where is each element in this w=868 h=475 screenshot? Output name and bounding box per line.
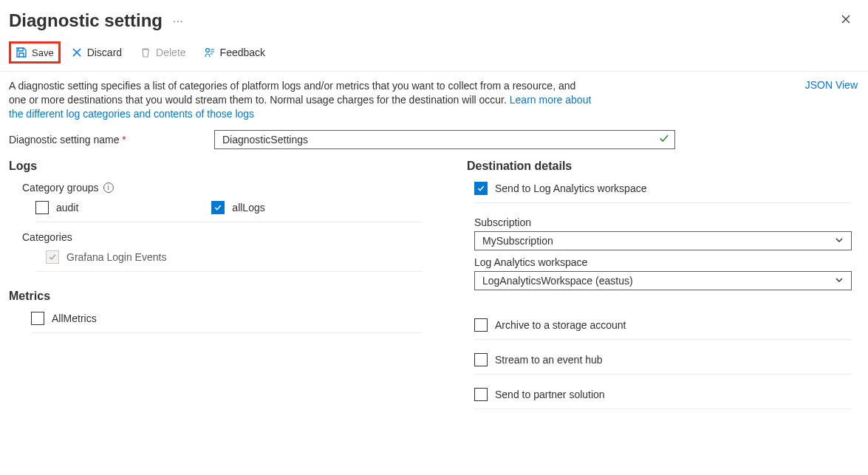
la-workspace-select[interactable]: LogAnalyticsWorkspace (eastus) (474, 271, 852, 290)
category-groups-label: Category groups i (22, 182, 423, 194)
subscription-value: MySubscription (482, 235, 553, 247)
alllogs-checkbox-row[interactable]: allLogs (211, 201, 264, 214)
save-button[interactable]: Save (9, 41, 61, 64)
destination-heading: Destination details (467, 160, 859, 173)
alllogs-label: allLogs (232, 202, 264, 213)
delete-icon (140, 47, 151, 58)
stream-eventhub-row[interactable]: Stream to an event hub (474, 353, 859, 366)
grafana-login-checkbox (46, 250, 59, 264)
page-title: Diagnostic setting (9, 10, 163, 31)
audit-checkbox-row[interactable]: audit (35, 201, 78, 214)
more-actions-icon[interactable]: ··· (173, 15, 184, 27)
allmetrics-row[interactable]: AllMetrics (31, 312, 423, 325)
save-icon (16, 47, 27, 58)
la-workspace-label: Log Analytics workspace (474, 256, 859, 268)
save-label: Save (32, 47, 54, 58)
allmetrics-label: AllMetrics (52, 312, 97, 324)
required-asterisk: * (122, 134, 126, 146)
metrics-heading: Metrics (9, 290, 423, 303)
send-partner-label: Send to partner solution (495, 389, 605, 400)
discard-button[interactable]: Discard (64, 44, 129, 61)
logs-heading: Logs (9, 160, 423, 173)
stream-eventhub-label: Stream to an event hub (495, 354, 603, 366)
audit-checkbox[interactable] (35, 201, 49, 214)
archive-storage-checkbox[interactable] (474, 318, 488, 332)
description-text: A diagnostic setting specifies a list of… (9, 79, 592, 121)
send-la-checkbox[interactable] (474, 182, 488, 195)
setting-name-label: Diagnostic setting name * (9, 134, 214, 146)
close-button[interactable] (837, 10, 855, 31)
subscription-select[interactable]: MySubscription (474, 231, 852, 250)
svg-point-0 (205, 49, 209, 52)
discard-label: Discard (87, 47, 122, 58)
archive-storage-label: Archive to a storage account (495, 319, 626, 331)
alllogs-checkbox[interactable] (211, 201, 225, 214)
send-la-label: Send to Log Analytics workspace (495, 182, 646, 194)
info-icon[interactable]: i (103, 182, 114, 193)
discard-icon (71, 47, 83, 58)
send-la-row[interactable]: Send to Log Analytics workspace (474, 182, 859, 195)
send-partner-checkbox[interactable] (474, 388, 488, 401)
setting-name-input[interactable] (214, 130, 675, 149)
delete-label: Delete (156, 47, 185, 58)
feedback-label: Feedback (220, 47, 265, 58)
valid-check-icon (659, 133, 669, 146)
stream-eventhub-checkbox[interactable] (474, 353, 488, 366)
chevron-down-icon (835, 276, 844, 286)
audit-label: audit (56, 202, 78, 213)
grafana-login-label: Grafana Login Events (66, 251, 166, 263)
send-partner-row[interactable]: Send to partner solution (474, 388, 859, 401)
feedback-icon (204, 47, 216, 58)
archive-storage-row[interactable]: Archive to a storage account (474, 318, 859, 332)
json-view-link[interactable]: JSON View (805, 79, 858, 91)
subscription-label: Subscription (474, 216, 859, 228)
allmetrics-checkbox[interactable] (31, 312, 44, 325)
feedback-button[interactable]: Feedback (197, 44, 273, 61)
categories-label: Categories (22, 231, 423, 243)
chevron-down-icon (835, 236, 844, 246)
delete-button: Delete (132, 44, 193, 61)
grafana-login-row: Grafana Login Events (46, 250, 423, 264)
la-workspace-value: LogAnalyticsWorkspace (eastus) (482, 275, 633, 287)
